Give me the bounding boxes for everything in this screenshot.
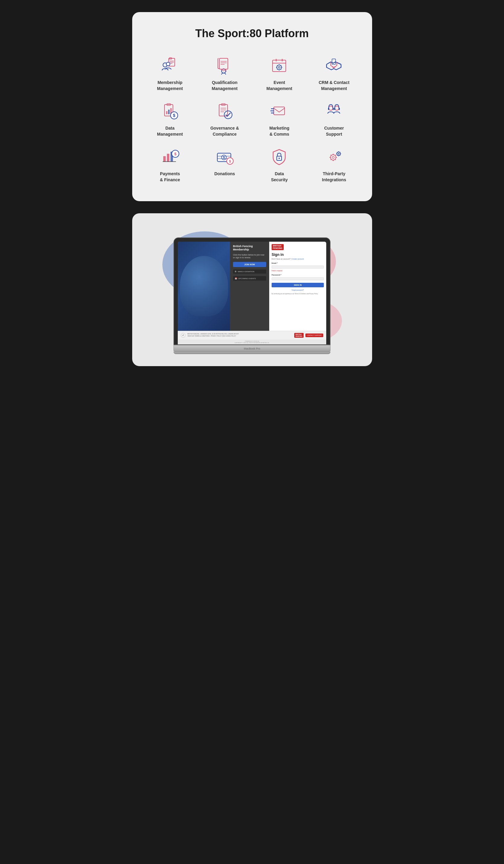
make-donation-button[interactable]: 🏛 MAKE A DONATION — [233, 269, 266, 274]
svg-point-68 — [332, 156, 334, 158]
support-icon — [323, 100, 345, 122]
svg-rect-28 — [332, 59, 335, 64]
platform-item-data[interactable]: $ DataManagement — [144, 100, 196, 137]
platform-item-security[interactable]: DataSecurity — [254, 146, 305, 183]
svg-line-84 — [340, 155, 341, 155]
password-input[interactable] — [272, 277, 324, 280]
svg-rect-51 — [339, 108, 340, 110]
svg-rect-32 — [168, 110, 170, 114]
platform-item-integrations[interactable]: Third-PartyIntegrations — [308, 146, 360, 183]
calendar-icon: 📅 — [235, 277, 237, 279]
security-icon — [269, 146, 290, 167]
svg-line-75 — [335, 155, 336, 155]
footer-powered: POWERED BY SPORT-80 COPYRIGHT © 2023. AL… — [178, 339, 326, 344]
fencer-helmet — [180, 256, 228, 316]
platform-grid: MembershipManagement — [144, 55, 360, 183]
payments-label: Payments& Finance — [160, 171, 180, 183]
create-account-link[interactable]: Create account — [292, 258, 304, 260]
password-label: Password * — [272, 274, 324, 276]
laptop-base — [173, 345, 331, 352]
integrations-label: Third-PartyIntegrations — [322, 171, 346, 183]
svg-point-66 — [279, 158, 280, 159]
svg-point-6 — [166, 62, 170, 66]
event-icon — [269, 55, 290, 76]
svg-rect-50 — [334, 108, 335, 110]
platform-item-membership[interactable]: MembershipManagement — [144, 55, 196, 92]
laptop-foot — [173, 352, 331, 354]
crm-label: CRM & ContactManagement — [319, 80, 349, 92]
platform-item-governance[interactable]: Governance &Compliance — [199, 100, 250, 137]
recaptcha-icon: ✓ — [181, 333, 186, 338]
panel-title: British Fencing Membership — [233, 245, 266, 252]
join-now-button[interactable]: JOIN NOW — [233, 262, 266, 267]
event-label: EventManagement — [267, 80, 293, 92]
platform-item-payments[interactable]: $ Payments& Finance — [144, 146, 196, 183]
laptop-section: British Fencing Membership Click the but… — [132, 213, 372, 366]
screen-login: BRITISH FENCING Sign in Don't have an ac… — [269, 242, 326, 331]
forgot-password-link[interactable]: Forgot password? — [272, 289, 324, 291]
svg-point-46 — [329, 106, 333, 110]
crm-icon — [323, 55, 345, 76]
footer-address: BRITISH FENCING, 1 BARON'S GATE, 33-35 R… — [187, 333, 239, 337]
contact-support-button[interactable]: CONTACT SUPPORT — [305, 334, 323, 337]
platform-item-donations[interactable]: $ $ Donations — [199, 146, 250, 183]
upcoming-events-button[interactable]: 📅 UPCOMING EVENTS — [233, 276, 266, 281]
svg-rect-49 — [333, 108, 334, 110]
svg-rect-7 — [219, 58, 228, 69]
integrations-icon — [323, 146, 345, 167]
svg-line-74 — [335, 159, 336, 160]
svg-text:$: $ — [229, 159, 231, 163]
qualification-label: QualificationManagement — [212, 80, 238, 92]
svg-line-73 — [331, 155, 331, 155]
login-no-account: Don't have an account? — [272, 258, 291, 260]
platform-item-crm[interactable]: CRM & ContactManagement — [308, 55, 360, 92]
platform-item-marketing[interactable]: Marketing& Comms — [254, 100, 305, 137]
login-logo: BRITISH FENCING — [272, 244, 324, 250]
svg-text:$: $ — [173, 113, 175, 118]
qualification-icon — [214, 55, 235, 76]
donations-label: Donations — [214, 171, 235, 177]
svg-line-83 — [337, 152, 337, 152]
panel-subtitle: Click the button below to join now or si… — [233, 253, 266, 259]
platform-item-qualification[interactable]: QualificationManagement — [199, 55, 250, 92]
security-label: DataSecurity — [271, 171, 287, 183]
data-management-label: DataManagement — [157, 125, 183, 137]
svg-rect-36 — [219, 105, 228, 116]
svg-text:$: $ — [223, 156, 225, 159]
platform-title: The Sport:80 Platform — [144, 27, 360, 40]
login-terms: By continuing you are agreeing to our Te… — [272, 293, 324, 295]
email-label: Email * — [272, 262, 324, 264]
laptop-wrapper: British Fencing Membership Click the but… — [173, 238, 331, 354]
svg-point-77 — [337, 152, 341, 156]
governance-icon — [214, 100, 235, 122]
platform-item-support[interactable]: CustomerSupport — [308, 100, 360, 137]
governance-label: Governance &Compliance — [210, 125, 239, 137]
membership-label: MembershipManagement — [157, 80, 183, 92]
laptop-screen-outer: British Fencing Membership Click the but… — [173, 238, 331, 345]
email-input[interactable] — [272, 266, 324, 268]
svg-point-19 — [278, 67, 280, 68]
donations-icon: $ $ — [214, 146, 235, 167]
membership-icon — [159, 55, 181, 76]
screen-panel-dark: British Fencing Membership Click the but… — [230, 242, 269, 331]
screen-content: British Fencing Membership Click the but… — [178, 242, 326, 344]
login-title: Sign in — [272, 253, 324, 257]
marketing-icon — [269, 100, 290, 122]
signin-button[interactable]: SIGN IN — [272, 283, 324, 287]
svg-rect-48 — [328, 108, 329, 110]
donation-icon: 🏛 — [235, 271, 237, 273]
screen-footer: ✓ BRITISH FENCING, 1 BARON'S GATE, 33-35… — [178, 331, 326, 339]
support-label: CustomerSupport — [324, 125, 344, 137]
payments-icon: $ — [159, 146, 181, 167]
marketing-label: Marketing& Comms — [270, 125, 290, 137]
svg-line-76 — [331, 159, 331, 160]
svg-line-86 — [337, 155, 337, 155]
email-error: Field is required — [272, 270, 324, 272]
footer-logo: BRITISH FENCING — [294, 333, 304, 338]
platform-item-event[interactable]: EventManagement — [254, 55, 305, 92]
svg-point-78 — [338, 153, 339, 154]
data-icon: $ — [159, 100, 181, 122]
fencer-image — [178, 242, 230, 331]
svg-line-85 — [340, 152, 341, 152]
svg-rect-42 — [274, 107, 285, 115]
